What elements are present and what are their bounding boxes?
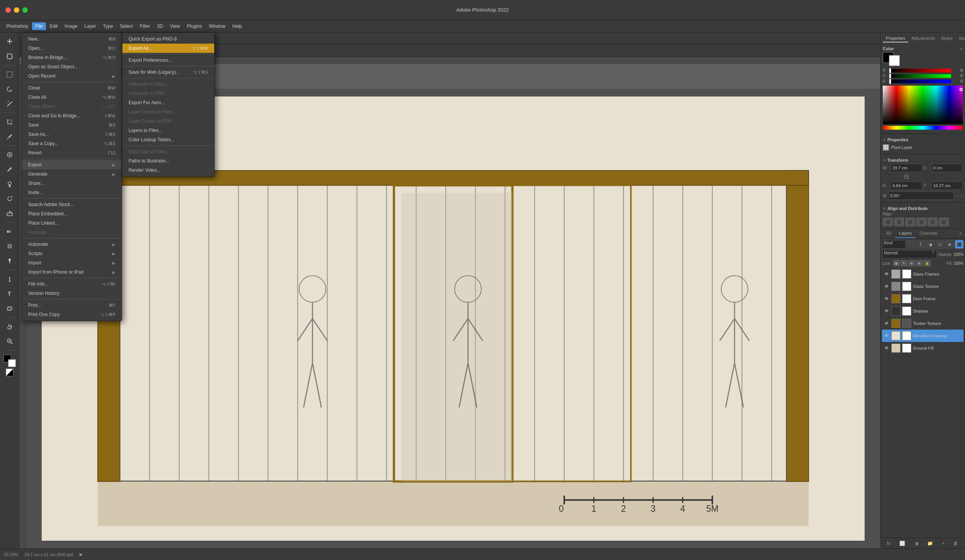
- tool-text[interactable]: T: [3, 287, 17, 301]
- color-picker-gradient[interactable]: [883, 86, 963, 124]
- layer-vis-glass-frames[interactable]: 👁: [884, 271, 890, 277]
- export-color-lookup[interactable]: Color Lookup Tables...: [122, 135, 214, 144]
- 3d-panel-tab[interactable]: 3D: [882, 229, 895, 238]
- menu-file-info[interactable]: File Info... ⌥⇧⌘I: [22, 279, 122, 289]
- tool-healing[interactable]: [3, 148, 17, 162]
- menu-export[interactable]: Export ▶: [22, 160, 122, 169]
- tool-crop[interactable]: [3, 115, 17, 129]
- layers-smart-icon[interactable]: ⊕: [945, 240, 954, 249]
- tool-magic-wand[interactable]: [3, 97, 17, 111]
- layer-item-glass-frames[interactable]: 👁 Glass Frames: [882, 268, 963, 280]
- layer-item-glass-texture[interactable]: 👁 Glass Texture: [882, 280, 963, 293]
- layer-vis-shadow[interactable]: 👁: [884, 308, 890, 314]
- menu-view[interactable]: View: [167, 22, 183, 30]
- align-center-h-btn[interactable]: ⬛: [894, 218, 904, 226]
- layers-panel-tab[interactable]: Layers: [895, 229, 916, 238]
- angle-input[interactable]: 0.00°: [888, 191, 954, 200]
- menu-3d[interactable]: 3D: [154, 22, 166, 30]
- menu-scripts[interactable]: Scripts ▶: [22, 249, 122, 258]
- tool-dodge[interactable]: [3, 254, 17, 268]
- swatches-tab[interactable]: Swatches: [956, 35, 965, 42]
- layer-item-door-frame[interactable]: 👁 Door Frame: [882, 293, 963, 305]
- fg-bg-swatches[interactable]: [3, 354, 17, 368]
- align-left-btn[interactable]: ⬛: [883, 218, 893, 226]
- close-button[interactable]: [5, 7, 11, 13]
- tool-eyedropper[interactable]: [3, 130, 17, 144]
- lock-all-btn[interactable]: 🔒: [924, 260, 931, 266]
- w-input[interactable]: 29.7 cm: [891, 164, 922, 172]
- layer-add-btn[interactable]: +: [940, 540, 946, 547]
- menu-save[interactable]: Save ⌘S: [22, 120, 122, 130]
- align-right-btn[interactable]: ⬛: [905, 218, 915, 226]
- menu-invite[interactable]: Invite...: [22, 188, 122, 197]
- export-paths-illustrator[interactable]: Paths to Illustrator...: [122, 156, 214, 166]
- color-menu-btn[interactable]: ≡: [960, 46, 963, 51]
- menu-save-copy[interactable]: Save a Copy... ⌥⌘S: [22, 139, 122, 148]
- layer-fx-btn[interactable]: fx: [885, 540, 892, 547]
- menu-image[interactable]: Image: [61, 22, 80, 30]
- h-input[interactable]: 4.64 cm: [891, 181, 922, 190]
- panel-collapse-btn[interactable]: ≡: [958, 229, 963, 238]
- align-top-btn[interactable]: ⬛: [916, 218, 926, 226]
- lock-transparent-btn[interactable]: ▦: [893, 260, 900, 266]
- align-bottom-btn[interactable]: ⬛: [939, 218, 949, 226]
- layer-item-timber-texture[interactable]: 👁 Timber Texture: [882, 317, 963, 330]
- g-slider-track[interactable]: [889, 74, 951, 78]
- export-prefs[interactable]: Export Preferences...: [122, 56, 214, 65]
- layers-text-icon[interactable]: T: [916, 240, 925, 249]
- b-slider-track[interactable]: [889, 80, 951, 83]
- layer-vis-ground-fill[interactable]: 👁: [884, 345, 890, 351]
- transform-title[interactable]: ▼ Transform: [883, 157, 963, 164]
- menu-print[interactable]: Print... ⌘P: [22, 301, 122, 310]
- layer-item-elevation-drawing[interactable]: 👁 Elevation Drawing: [882, 330, 963, 342]
- channels-panel-tab[interactable]: Channels: [916, 229, 941, 238]
- b-slider-thumb[interactable]: [889, 79, 891, 84]
- menu-type[interactable]: Type: [100, 22, 116, 30]
- x-input[interactable]: 0 cm: [931, 164, 963, 172]
- menu-place-linked[interactable]: Place Linked...: [22, 218, 122, 228]
- layer-add-mask-btn[interactable]: ⬜: [898, 540, 907, 547]
- tool-blur[interactable]: [3, 239, 17, 253]
- status-arrow[interactable]: ▶: [80, 552, 83, 557]
- menu-select[interactable]: Select: [117, 22, 136, 30]
- align-title[interactable]: ▼ Align and Distribute: [883, 205, 963, 212]
- flip-h-btn[interactable]: ↔: [955, 194, 959, 198]
- layer-vis-timber-texture[interactable]: 👁: [884, 320, 890, 327]
- tool-gradient[interactable]: [3, 225, 17, 239]
- tool-pen[interactable]: [3, 272, 17, 286]
- tool-marquee[interactable]: [3, 68, 17, 81]
- flip-v-btn[interactable]: ↕: [961, 194, 963, 198]
- menu-filter[interactable]: Filter: [137, 22, 153, 30]
- y-input[interactable]: 16.37 cm: [931, 181, 963, 190]
- lock-artboard-btn[interactable]: ⊕: [908, 260, 915, 266]
- tool-hand[interactable]: [3, 320, 17, 333]
- layer-adj-btn[interactable]: ◑: [913, 540, 920, 547]
- menu-search-stock[interactable]: Search Adobe Stock...: [22, 200, 122, 209]
- menu-automate[interactable]: Automate ▶: [22, 240, 122, 249]
- menu-new[interactable]: New... ⌘N: [22, 34, 122, 44]
- tool-shape[interactable]: [3, 301, 17, 315]
- menu-open-smart[interactable]: Open as Smart Object...: [22, 62, 122, 71]
- export-quick-png[interactable]: Quick Export as PNG-8: [122, 34, 214, 44]
- tool-history-brush[interactable]: [3, 192, 17, 206]
- opacity-value[interactable]: 100%: [953, 252, 963, 257]
- export-for-aero[interactable]: Export For Aero...: [122, 98, 214, 107]
- menu-window[interactable]: Window: [206, 22, 229, 30]
- menu-print-one[interactable]: Print One Copy ⌥⇧⌘P: [22, 310, 122, 319]
- background-color[interactable]: [8, 359, 16, 367]
- tool-brush[interactable]: [3, 162, 17, 176]
- layers-pixel-icon[interactable]: ⬛: [955, 240, 963, 249]
- menu-place-embedded[interactable]: Place Embedded...: [22, 209, 122, 218]
- layer-item-ground-fill[interactable]: 👁 Ground Fill: [882, 342, 963, 353]
- r-slider-thumb[interactable]: [889, 68, 891, 73]
- properties-title[interactable]: ▼ Properties: [883, 136, 963, 143]
- tool-eraser[interactable]: [3, 206, 17, 220]
- layers-adj-icon[interactable]: ◑: [926, 240, 935, 249]
- styles-tab[interactable]: Styles: [938, 35, 956, 42]
- color-bg-swatch[interactable]: [889, 55, 900, 66]
- menu-import-iphone[interactable]: Import from iPhone or iPad ▶: [22, 267, 122, 277]
- menu-photoshop[interactable]: Photoshop: [3, 22, 31, 30]
- export-as[interactable]: Export As... ⌥⇧⌘W: [122, 44, 214, 53]
- tool-clone-stamp[interactable]: [3, 177, 17, 191]
- layer-group-btn[interactable]: 📁: [926, 540, 935, 547]
